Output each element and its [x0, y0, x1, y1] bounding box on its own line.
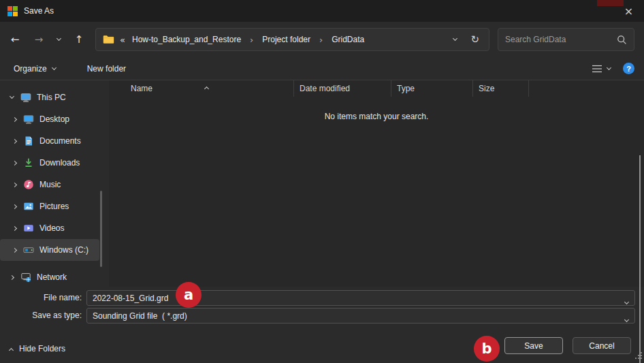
breadcrumb-item[interactable]: GridData	[330, 35, 366, 44]
save-as-type-value: Sounding Grid file ( *.grd)	[93, 311, 187, 321]
sidebar-item-label: This PC	[37, 93, 66, 102]
sidebar-scrollbar[interactable]	[100, 191, 102, 267]
chevron-right-icon[interactable]	[11, 181, 18, 188]
window-title: Save As	[24, 6, 54, 16]
sidebar-item-desktop[interactable]: Desktop	[0, 108, 99, 130]
chevron-down-icon	[607, 65, 611, 69]
chevron-down-icon	[56, 36, 61, 41]
column-header-type[interactable]: Type	[391, 80, 473, 97]
save-as-type-combobox[interactable]: Sounding Grid file ( *.grd)	[86, 308, 635, 323]
save-as-dialog: Save As × ← → ↑ « How-to_Backup_and_Rest…	[0, 0, 644, 363]
back-button[interactable]: ←	[4, 29, 26, 50]
file-name-input[interactable]	[93, 294, 618, 303]
windows-drive-icon	[23, 244, 34, 255]
chevron-down-icon[interactable]	[625, 314, 628, 323]
breadcrumb-item[interactable]: How-to_Backup_and_Restore	[131, 35, 242, 44]
chevron-right-icon[interactable]	[11, 247, 18, 253]
breadcrumb-separator-icon: ›	[317, 35, 325, 45]
pictures-icon	[23, 201, 34, 212]
sidebar-item-videos[interactable]: Videos	[0, 217, 99, 239]
sort-ascending-icon	[205, 83, 208, 93]
this-pc-icon	[20, 92, 31, 103]
right-edge-line	[639, 155, 641, 363]
breadcrumb-separator-icon: ›	[248, 35, 255, 45]
breadcrumb-overflow[interactable]: «	[120, 35, 125, 45]
annotation-badge-b: b	[474, 336, 500, 362]
folder-icon	[103, 35, 114, 44]
list-header: Name Date modified Type Size	[109, 80, 644, 97]
sidebar-item-this-pc[interactable]: This PC	[0, 86, 99, 108]
sidebar-item-label: Downloads	[39, 158, 80, 168]
sidebar-item-downloads[interactable]: Downloads	[0, 152, 99, 174]
search-box[interactable]	[498, 28, 634, 51]
file-list: Name Date modified Type Size No items ma…	[109, 80, 644, 287]
hide-folders-label: Hide Folders	[19, 344, 65, 353]
empty-folder-message: No items match your search.	[109, 112, 644, 121]
sidebar-item-label: Pictures	[39, 202, 69, 211]
address-bar[interactable]: « How-to_Backup_and_Restore › Project fo…	[95, 28, 489, 51]
column-label: Date modified	[300, 84, 350, 93]
search-icon	[617, 35, 627, 45]
save-button[interactable]: Save	[504, 337, 563, 354]
command-bar: Organize New folder ?	[0, 57, 644, 80]
sidebar-item-label: Network	[37, 272, 67, 282]
chevron-right-icon[interactable]	[11, 225, 18, 232]
breadcrumb-item[interactable]: Project folder	[261, 35, 312, 44]
recent-locations-button[interactable]	[50, 29, 67, 50]
chevron-right-icon[interactable]	[11, 203, 18, 210]
chevron-right-icon[interactable]	[11, 116, 18, 123]
annotation-badge-a: a	[176, 282, 202, 308]
chevron-right-icon[interactable]	[11, 138, 18, 144]
close-button[interactable]: ×	[613, 0, 644, 22]
sidebar-item-network[interactable]: Network	[0, 266, 99, 287]
forward-button[interactable]: →	[28, 29, 50, 50]
organize-button[interactable]: Organize	[7, 60, 63, 78]
new-folder-button[interactable]: New folder	[80, 60, 133, 78]
resize-grip[interactable]	[634, 351, 643, 362]
title-bar: Save As	[0, 0, 644, 22]
new-folder-label: New folder	[87, 64, 126, 74]
chevron-right-icon[interactable]	[8, 274, 15, 281]
organize-label: Organize	[14, 64, 47, 74]
sidebar-item-label: Videos	[39, 223, 64, 233]
network-icon	[20, 272, 31, 283]
list-view-icon	[592, 64, 602, 74]
windows-logo-icon	[7, 6, 18, 16]
documents-icon	[23, 136, 34, 146]
chevron-right-icon[interactable]	[11, 159, 18, 166]
file-name-combobox[interactable]	[86, 290, 635, 306]
address-dropdown-icon[interactable]	[453, 36, 457, 41]
sidebar-item-documents[interactable]: Documents	[0, 130, 99, 152]
sidebar-item-label: Documents	[39, 136, 81, 146]
chevron-up-icon	[9, 347, 14, 352]
navigation-bar: ← → ↑ « How-to_Backup_and_Restore › Proj…	[0, 22, 644, 57]
chevron-down-icon	[52, 65, 57, 69]
column-header-name[interactable]: Name	[109, 80, 294, 97]
hide-folders-button[interactable]: Hide Folders	[10, 342, 65, 356]
column-header-date-modified[interactable]: Date modified	[294, 80, 391, 97]
column-header-size[interactable]: Size	[473, 80, 529, 97]
up-button[interactable]: ↑	[68, 29, 90, 50]
help-button[interactable]: ?	[623, 63, 634, 74]
desktop-icon	[23, 114, 34, 125]
videos-icon	[23, 223, 34, 234]
column-label: Name	[131, 84, 152, 93]
change-view-button[interactable]	[592, 64, 611, 74]
sidebar-item-windows-c[interactable]: Windows (C:)	[0, 239, 99, 261]
address-bar-controls: ↻	[453, 33, 482, 46]
chevron-down-icon[interactable]	[8, 94, 15, 101]
navigation-pane: This PC Desktop Documents Downloads	[0, 80, 109, 287]
cancel-button[interactable]: Cancel	[573, 337, 631, 354]
sidebar-item-pictures[interactable]: Pictures	[0, 195, 99, 217]
downloads-icon	[23, 157, 34, 168]
column-label: Size	[479, 84, 494, 93]
column-label: Type	[397, 84, 415, 93]
refresh-icon[interactable]: ↻	[470, 33, 479, 46]
sidebar-item-label: Music	[39, 180, 61, 189]
file-name-label: File name:	[0, 293, 82, 302]
chevron-down-icon[interactable]	[625, 296, 628, 306]
music-icon	[23, 179, 34, 190]
command-bar-right: ?	[592, 63, 634, 74]
sidebar-item-music[interactable]: Music	[0, 174, 99, 195]
search-input[interactable]	[505, 35, 613, 44]
